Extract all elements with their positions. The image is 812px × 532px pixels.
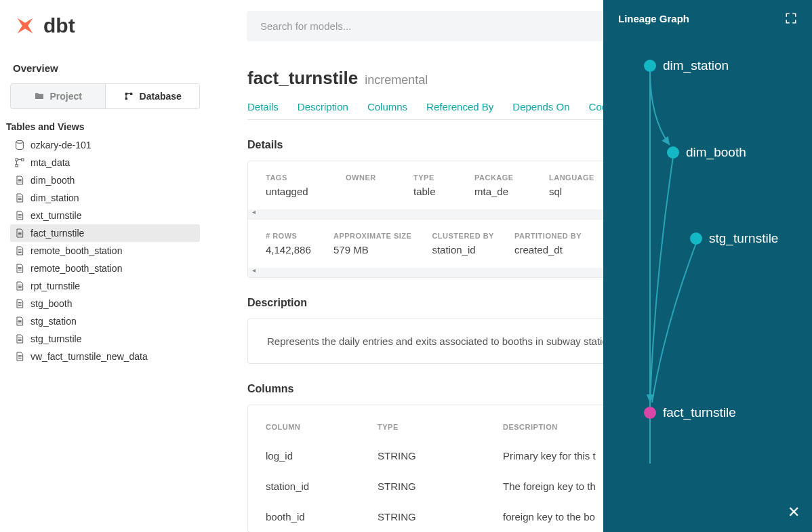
lineage-node-dim-station[interactable]: dim_station	[644, 58, 729, 73]
tree-item-dim-station[interactable]: dim_station	[10, 189, 200, 207]
expand-icon[interactable]	[785, 12, 797, 24]
tree-database[interactable]: ozkary-de-101	[10, 136, 200, 154]
columns-header-column: COLUMN	[266, 423, 378, 431]
svg-rect-3	[16, 165, 18, 167]
details-label-owner: OWNER	[346, 173, 386, 182]
details-label-partitioned: PARTITIONED BY	[514, 232, 582, 240]
overview-link[interactable]: Overview	[10, 58, 200, 83]
folder-icon	[34, 91, 45, 102]
tab-details[interactable]: Details	[247, 101, 279, 112]
details-label-type: TYPE	[413, 173, 447, 182]
svg-point-0	[16, 140, 24, 143]
lineage-panel: Lineage Graph dim_station dim_booth stg_…	[603, 0, 812, 532]
file-icon	[14, 298, 25, 309]
tab-columns[interactable]: Columns	[367, 101, 407, 112]
node-dot-icon	[667, 146, 679, 159]
close-icon[interactable]: ✕	[788, 504, 800, 521]
tree-item-rpt-turnstile[interactable]: rpt_turnstile	[10, 277, 200, 295]
node-dot-icon	[690, 232, 702, 245]
details-label-rows: # ROWS	[266, 232, 313, 240]
details-value-rows: 4,142,886	[266, 244, 313, 255]
details-label-package: PACKAGE	[474, 173, 522, 182]
tree-item-fact-turnstile[interactable]: fact_turnstile	[10, 224, 200, 242]
tab-project[interactable]: Project	[11, 84, 105, 108]
sidebar: Overview Project Database Tables and Vie…	[0, 52, 207, 532]
details-value-language: sql	[549, 186, 600, 197]
details-value-tags: untagged	[266, 186, 319, 197]
details-value-type: table	[413, 186, 447, 197]
lineage-graph[interactable]: dim_station dim_booth stg_turnstile fact…	[603, 37, 812, 470]
tree-item-remote-booth-station-2[interactable]: remote_booth_station	[10, 260, 200, 277]
tree-item-dim-booth[interactable]: dim_booth	[10, 171, 200, 189]
schema-icon	[14, 157, 25, 168]
database-icon	[14, 140, 25, 150]
svg-rect-1	[16, 159, 18, 161]
details-value-partitioned: created_dt	[514, 244, 582, 255]
tree-item-stg-turnstile[interactable]: stg_turnstile	[10, 330, 200, 348]
lineage-title: Lineage Graph	[618, 13, 689, 24]
file-icon	[14, 210, 25, 221]
file-icon	[14, 281, 25, 291]
tab-depends-on[interactable]: Depends On	[512, 101, 569, 112]
tree-item-remote-booth-station-1[interactable]: remote_booth_station	[10, 242, 200, 260]
details-label-size: APPROXIMATE SIZE	[333, 232, 411, 240]
dbt-logo-icon	[14, 14, 37, 37]
node-dot-icon	[644, 407, 656, 419]
tab-description[interactable]: Description	[298, 101, 348, 112]
file-icon	[14, 228, 25, 239]
tab-database[interactable]: Database	[105, 84, 200, 108]
tree-item-stg-station[interactable]: stg_station	[10, 312, 200, 330]
model-materialization: incremental	[365, 73, 428, 87]
node-dot-icon	[644, 60, 656, 72]
file-icon	[14, 333, 25, 344]
details-label-clustered: CLUSTERED BY	[432, 232, 494, 240]
tree-item-vw-fact-turnstile[interactable]: vw_fact_turnstile_new_data	[10, 348, 200, 365]
model-name: fact_turnstile	[247, 68, 358, 89]
brand-text: dbt	[43, 14, 75, 37]
lineage-node-dim-booth[interactable]: dim_booth	[667, 145, 746, 160]
details-value-clustered: station_id	[432, 244, 494, 255]
file-icon	[14, 245, 25, 256]
tree-item-stg-booth[interactable]: stg_booth	[10, 295, 200, 312]
lineage-node-stg-turnstile[interactable]: stg_turnstile	[690, 231, 778, 246]
svg-rect-2	[22, 159, 24, 161]
file-icon	[14, 351, 25, 362]
tree-schema[interactable]: mta_data	[10, 154, 200, 171]
project-database-tabs: Project Database	[10, 83, 200, 109]
file-icon	[14, 263, 25, 274]
tables-views-heading: Tables and Views	[6, 121, 200, 132]
details-value-size: 579 MB	[333, 244, 411, 255]
lineage-node-fact-turnstile[interactable]: fact_turnstile	[644, 405, 736, 420]
file-icon	[14, 316, 25, 327]
tab-referenced-by[interactable]: Referenced By	[426, 101, 493, 112]
details-value-package: mta_de	[474, 186, 522, 197]
tree-item-ext-turnstile[interactable]: ext_turnstile	[10, 207, 200, 224]
columns-header-type: TYPE	[378, 423, 503, 431]
details-label-tags: TAGS	[266, 173, 319, 182]
logo[interactable]: dbt	[14, 14, 247, 37]
file-icon	[14, 192, 25, 203]
file-icon	[14, 175, 25, 186]
details-label-language: LANGUAGE	[549, 173, 600, 182]
schema-icon	[123, 91, 134, 102]
